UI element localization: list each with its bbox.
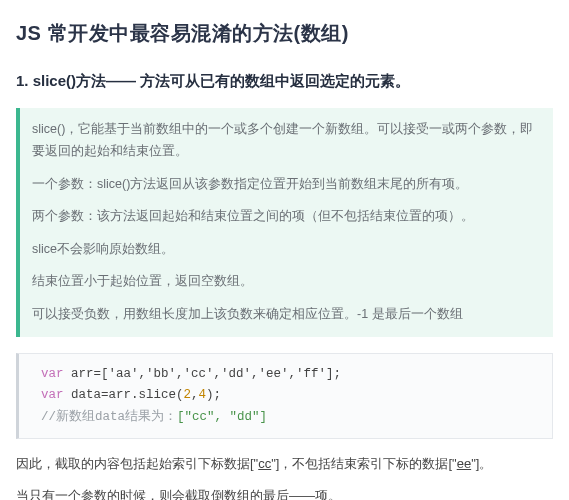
body-paragraph: 当只有一个参数的时候，则会截取倒数组的最后——项。 [16, 485, 553, 500]
callout-line: slice()，它能基于当前数组中的一个或多个创建一个新数组。可以接受一或两个参… [32, 118, 541, 163]
text: 因此，截取的内容包括起始索引下标数据[" [16, 456, 258, 471]
code-text: ); [206, 388, 221, 402]
callout-block: slice()，它能基于当前数组中的一个或多个创建一个新数组。可以接受一或两个参… [16, 108, 553, 338]
code-text: data=arr.slice( [64, 388, 184, 402]
code-block: var arr=['aa','bb','cc','dd','ee','ff'];… [16, 353, 553, 439]
callout-line: 可以接受负数，用数组长度加上该负数来确定相应位置。-1 是最后一个数组 [32, 303, 541, 326]
page-title: JS 常开发中最容易混淆的方法(数组) [16, 16, 553, 50]
code-string: ["cc", "dd"] [177, 410, 267, 424]
callout-line: slice不会影响原始数组。 [32, 238, 541, 261]
body-paragraph: 因此，截取的内容包括起始索引下标数据["cc"]，不包括结束索引下标的数据["e… [16, 453, 553, 475]
code-keyword: var [41, 367, 64, 381]
code-comment: //新数组data结果为： [41, 410, 177, 424]
callout-line: 一个参数：slice()方法返回从该参数指定位置开始到当前数组末尾的所有项。 [32, 173, 541, 196]
text: "]。 [471, 456, 492, 471]
text: "]，不包括结束索引下标的数据[" [271, 456, 456, 471]
code-text: , [191, 388, 199, 402]
code-text: arr=['aa','bb','cc','dd','ee','ff']; [64, 367, 342, 381]
underlined-text: ee [457, 456, 471, 471]
code-keyword: var [41, 388, 64, 402]
code-number: 2 [184, 388, 192, 402]
section-heading: 1. slice()方法—— 方法可从已有的数组中返回选定的元素。 [16, 68, 553, 94]
callout-line: 结束位置小于起始位置，返回空数组。 [32, 270, 541, 293]
callout-line: 两个参数：该方法返回起始和结束位置之间的项（但不包括结束位置的项）。 [32, 205, 541, 228]
underlined-text: cc [258, 456, 271, 471]
code-number: 4 [199, 388, 207, 402]
